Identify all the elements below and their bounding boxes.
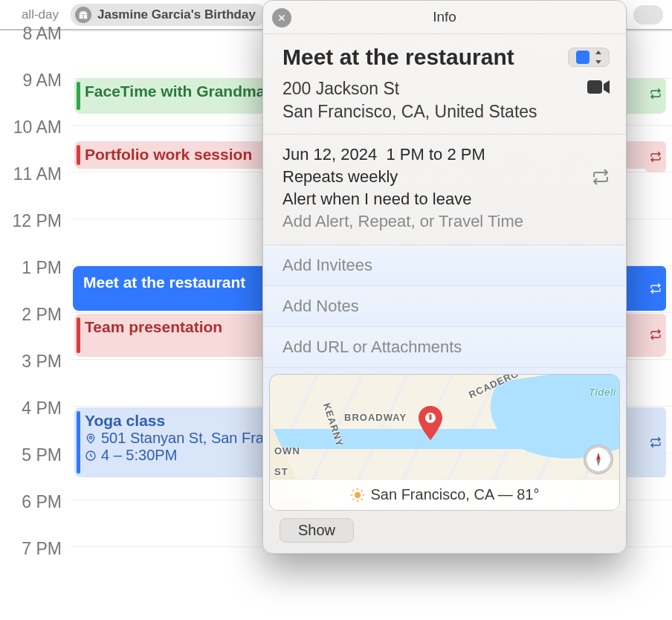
location-pin-icon	[85, 433, 97, 445]
map-weather-strip: San Francisco, CA — 81°	[270, 479, 619, 510]
hour-label: 8 AM	[0, 24, 62, 44]
event-title: Team presentation	[85, 318, 222, 335]
popover-title: Info	[433, 9, 456, 25]
timing-section: Jun 12, 2024 1 PM to 2 PM Repeats weekly…	[263, 134, 626, 245]
svg-line-10	[352, 490, 354, 491]
event-title: FaceTime with Grandma	[85, 83, 265, 100]
show-button[interactable]: Show	[280, 518, 354, 543]
clock-icon	[85, 450, 97, 462]
all-day-label: all-day	[0, 7, 71, 22]
event-stub[interactable]	[645, 141, 666, 172]
all-day-event-chip[interactable]: Jasmine Garcia's Birthday	[71, 4, 266, 26]
all-day-overflow-chip[interactable]	[633, 5, 663, 25]
event-alert[interactable]: Alert when I need to leave	[282, 190, 610, 209]
event-datetime[interactable]: Jun 12, 2024 1 PM to 2 PM	[282, 145, 610, 164]
svg-point-5	[354, 491, 360, 497]
chevron-up-down-icon	[594, 51, 603, 64]
event-repeat[interactable]: Repeats weekly	[282, 167, 398, 187]
map-weather-text: San Francisco, CA — 81°	[371, 486, 540, 503]
street-label: Tideli	[589, 387, 616, 398]
hour-label: 12 PM	[0, 211, 62, 231]
event-location-field[interactable]: 200 Jackson St San Francisco, CA, United…	[282, 77, 537, 123]
svg-line-12	[352, 499, 354, 500]
street-label: BROADWAY	[344, 412, 407, 423]
add-url-attachments[interactable]: Add URL or Attachments	[263, 326, 626, 367]
street-label: OWN	[274, 445, 300, 456]
event-time: 4 – 5:30PM	[101, 447, 177, 464]
map-section: BROADWAY KEARNY OWN ST RCADERO Tideli Ch…	[263, 367, 626, 511]
hour-label: 10 AM	[0, 117, 62, 138]
hour-label: 7 PM	[0, 539, 62, 559]
popover-header: Info	[263, 1, 626, 33]
gift-icon	[75, 7, 91, 23]
event-title: Portfolio work session	[85, 146, 252, 163]
event-stub[interactable]	[645, 266, 666, 311]
location-map[interactable]: BROADWAY KEARNY OWN ST RCADERO Tideli Ch…	[269, 374, 620, 511]
event-title: Meet at the restaurant	[83, 274, 245, 291]
svg-line-13	[361, 490, 363, 491]
hour-label: 5 PM	[0, 445, 62, 465]
svg-rect-4	[430, 414, 432, 420]
hour-label: 6 PM	[0, 492, 62, 512]
event-stub[interactable]	[645, 78, 666, 109]
svg-line-11	[361, 499, 363, 500]
hour-label: 3 PM	[0, 352, 62, 372]
calendar-color-swatch	[576, 51, 589, 64]
add-notes[interactable]: Add Notes	[263, 285, 626, 326]
hour-label: 11 AM	[0, 164, 62, 184]
svg-rect-2	[587, 80, 602, 94]
calendar-picker[interactable]	[568, 48, 610, 67]
svg-point-0	[89, 436, 91, 439]
event-info-popover: Info Meet at the restaurant 200 Jackson …	[262, 0, 627, 554]
compass-icon[interactable]	[584, 445, 613, 474]
hour-label: 4 PM	[0, 398, 62, 419]
hour-label: 1 PM	[0, 258, 62, 278]
video-call-button[interactable]	[587, 79, 610, 95]
close-button[interactable]	[272, 8, 291, 28]
all-day-event-title: Jasmine Garcia's Birthday	[97, 7, 256, 22]
map-pin-icon	[417, 406, 444, 433]
add-invitees[interactable]: Add Invitees	[263, 245, 626, 285]
popover-footer: Show	[263, 511, 626, 553]
add-alert-repeat-travel[interactable]: Add Alert, Repeat, or Travel Time	[282, 212, 610, 231]
hour-label: 2 PM	[0, 305, 62, 325]
street-label: ST	[274, 466, 288, 477]
street-label: KEARNY	[321, 401, 346, 448]
hour-label: 9 AM	[0, 71, 62, 91]
repeat-icon	[592, 168, 610, 186]
event-stub[interactable]	[645, 314, 666, 355]
event-stub[interactable]	[645, 407, 666, 477]
event-title-field[interactable]: Meet at the restaurant	[282, 45, 514, 70]
sun-icon	[350, 488, 365, 503]
